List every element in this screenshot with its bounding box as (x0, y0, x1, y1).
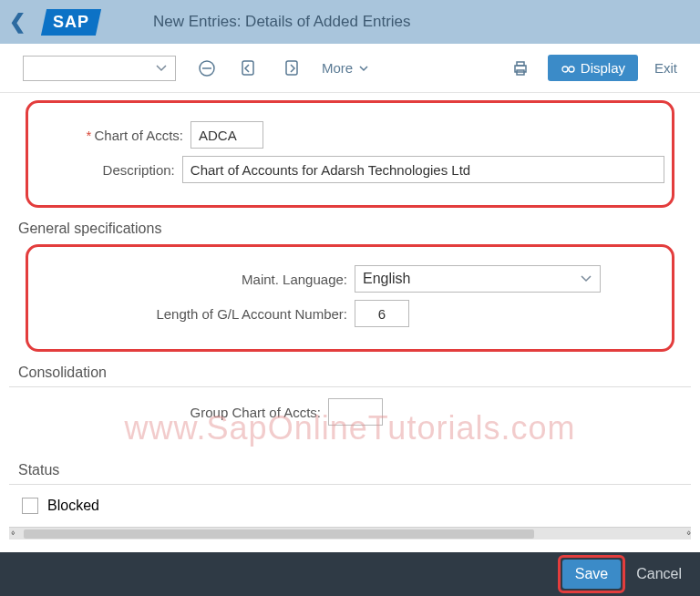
row-group-chart: Group Chart of Accts: (9, 398, 691, 426)
input-gl-length[interactable] (355, 300, 409, 327)
row-blocked: Blocked (22, 498, 691, 514)
chevron-down-icon (155, 62, 168, 75)
svg-point-7 (562, 67, 568, 72)
more-button[interactable]: More (322, 60, 369, 76)
section-title-consolidation: Consolidation (18, 365, 691, 381)
row-description: Description: (36, 156, 664, 183)
input-description[interactable] (182, 156, 664, 183)
prev-entry-icon[interactable] (238, 57, 260, 79)
toolbar: More Display Exit (0, 44, 700, 93)
checkbox-blocked[interactable] (22, 498, 38, 514)
label-chart-of-accts: *Chart of Accts: (36, 128, 190, 143)
next-entry-icon[interactable] (280, 57, 302, 79)
chevron-down-icon (580, 272, 592, 285)
cancel-button[interactable]: Cancel (636, 566, 682, 582)
label-description: Description: (36, 162, 182, 178)
toolbar-dropdown[interactable] (23, 56, 176, 81)
back-button[interactable]: ❮ (9, 10, 26, 34)
footer-bar: Save Cancel (0, 552, 700, 596)
sap-logo: SAP (41, 9, 101, 36)
section-title-general: General specifications (18, 221, 691, 237)
highlight-chart-accts: *Chart of Accts: Description: (26, 100, 674, 208)
row-gl-length: Length of G/L Account Number: (36, 300, 664, 327)
print-icon[interactable] (510, 57, 531, 79)
save-button[interactable]: Save (562, 560, 621, 589)
select-maint-language[interactable]: English (355, 265, 601, 293)
label-maint-language: Maint. Language: (36, 272, 355, 287)
svg-rect-3 (286, 61, 297, 75)
svg-rect-5 (517, 62, 524, 66)
content-area: *Chart of Accts: Description: General sp… (0, 100, 700, 539)
scrollbar-thumb[interactable] (24, 529, 534, 539)
cancel-entry-icon[interactable] (196, 57, 218, 79)
highlight-general-specs: Maint. Language: English Length of G/L A… (26, 244, 674, 352)
display-button[interactable]: Display (548, 55, 638, 81)
divider-status (9, 484, 691, 485)
divider-consolidation (9, 386, 691, 387)
row-maint-language: Maint. Language: English (36, 265, 664, 293)
label-gl-length: Length of G/L Account Number: (36, 306, 355, 322)
label-blocked: Blocked (47, 498, 99, 514)
row-chart-of-accts: *Chart of Accts: (36, 121, 664, 149)
horizontal-scrollbar[interactable] (9, 527, 691, 539)
svg-rect-2 (242, 61, 253, 75)
input-group-chart[interactable] (328, 398, 383, 426)
chevron-down-icon (358, 63, 369, 74)
svg-point-8 (569, 67, 574, 72)
section-title-status: Status (18, 462, 691, 478)
label-group-chart: Group Chart of Accts: (9, 405, 328, 420)
glasses-icon (561, 61, 575, 76)
highlight-save: Save (558, 555, 625, 593)
header-bar: ❮ SAP New Entries: Details of Added Entr… (0, 0, 700, 44)
input-chart-of-accts[interactable] (190, 121, 263, 149)
page-title: New Entries: Details of Added Entries (153, 13, 411, 31)
exit-button[interactable]: Exit (654, 60, 677, 76)
